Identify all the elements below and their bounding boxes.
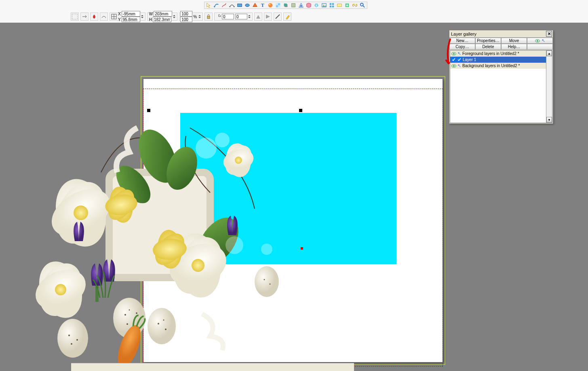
svg-rect-28: [72, 14, 78, 19]
contour-icon[interactable]: [298, 2, 304, 8]
layer-list: ↖ Foreground layers in Untitled2 * Layer…: [450, 50, 552, 123]
svg-point-8: [269, 4, 271, 6]
layer-gallery-panel[interactable]: Layer gallery ✕ New… Properties… Move ↖ …: [449, 30, 553, 124]
quickshape-icon[interactable]: [252, 2, 258, 8]
svg-point-48: [32, 257, 90, 323]
svg-point-42: [74, 206, 88, 220]
new-button[interactable]: New…: [449, 38, 475, 44]
transparency-icon[interactable]: [275, 2, 281, 8]
svg-point-55: [107, 185, 136, 225]
selection-handle-tl[interactable]: [147, 109, 150, 112]
scale-line-icon[interactable]: [274, 13, 282, 21]
text-tool-icon[interactable]: T: [259, 2, 266, 8]
foreground-heading-row[interactable]: ↖ Foreground layers in Untitled2 *: [450, 51, 552, 57]
ellipse-icon[interactable]: [244, 2, 251, 8]
scale-spinner[interactable]: [198, 15, 202, 19]
svg-marker-5: [253, 3, 257, 7]
close-icon[interactable]: ✕: [546, 31, 552, 37]
copy-button[interactable]: Copy…: [449, 44, 475, 50]
svg-rect-11: [278, 5, 280, 7]
x-field[interactable]: [122, 11, 140, 17]
flip-v-icon[interactable]: [264, 13, 272, 21]
svg-point-50: [55, 284, 66, 295]
svg-point-65: [136, 312, 137, 314]
delete-button[interactable]: Delete: [475, 44, 501, 50]
link-icon[interactable]: [352, 2, 358, 8]
svg-rect-21: [332, 3, 334, 5]
background-label: Background layers in Untitled2 *: [462, 64, 520, 68]
layer-gallery-titlebar[interactable]: Layer gallery ✕: [449, 30, 553, 38]
flip-h-icon[interactable]: [254, 13, 262, 21]
fill-tool-icon[interactable]: [267, 2, 274, 8]
shape-editor-icon[interactable]: [213, 2, 220, 8]
svg-text:T: T: [261, 2, 264, 8]
cursor-icon: ↖: [542, 38, 545, 43]
w-field[interactable]: [154, 11, 172, 17]
help-button[interactable]: Help…: [501, 44, 527, 50]
svg-point-62: [124, 314, 126, 316]
svg-point-72: [68, 335, 70, 336]
visibility-header: ↖: [527, 38, 553, 44]
shadow-icon[interactable]: [282, 2, 289, 8]
cyan-rectangle[interactable]: [180, 113, 396, 264]
nudge-icon[interactable]: [80, 13, 89, 21]
layer-1-label: Layer 1: [463, 57, 476, 62]
liveeffect-icon[interactable]: [313, 2, 320, 8]
scroll-up-icon[interactable]: ▲: [546, 51, 552, 56]
svg-point-74: [71, 343, 72, 345]
svg-point-73: [76, 339, 78, 341]
rotation-center-icon[interactable]: [301, 247, 303, 250]
svg-rect-20: [330, 3, 331, 5]
svg-point-78: [114, 322, 145, 367]
selector-tool-icon[interactable]: [206, 2, 212, 8]
cursor-icon[interactable]: ↖: [457, 63, 461, 68]
eye-icon[interactable]: [451, 64, 456, 68]
bezier-icon[interactable]: [229, 2, 235, 8]
mould-icon[interactable]: [306, 2, 312, 8]
svg-point-1: [229, 6, 230, 7]
property-bar: X Y W H %: [71, 12, 291, 21]
layer-gallery-title: Layer gallery: [451, 32, 476, 36]
layer-1-editable-checkbox[interactable]: [457, 57, 462, 62]
angle-group: [214, 13, 253, 21]
move-button[interactable]: Move: [501, 38, 527, 44]
marker-icon[interactable]: [283, 13, 291, 21]
scale-x-field[interactable]: [180, 11, 192, 17]
cursor-icon[interactable]: ↖: [457, 51, 461, 56]
wh-spinner[interactable]: [172, 15, 176, 19]
h-field[interactable]: [153, 17, 171, 22]
layer-1-row[interactable]: Layer 1: [450, 57, 552, 63]
zoom-icon[interactable]: [359, 2, 366, 8]
svg-point-66: [129, 310, 130, 311]
eye-icon[interactable]: [451, 52, 456, 55]
lock-aspect-icon[interactable]: [204, 13, 213, 21]
skew-field[interactable]: [235, 14, 247, 19]
layer-list-scrollbar[interactable]: ▲▼: [546, 51, 552, 123]
xy-spinner[interactable]: [140, 15, 144, 19]
svg-point-49: [29, 262, 92, 318]
svg-rect-23: [332, 6, 334, 7]
freehand-icon[interactable]: [221, 2, 228, 8]
scroll-down-icon[interactable]: ▼: [546, 117, 552, 123]
angle-field[interactable]: [222, 14, 234, 19]
angle-spinner[interactable]: [247, 15, 251, 19]
svg-point-56: [103, 185, 140, 225]
bitmap-icon[interactable]: [336, 2, 343, 8]
clipart-icon[interactable]: [329, 2, 335, 8]
properties-button[interactable]: Properties…: [475, 38, 501, 44]
y-field[interactable]: [122, 17, 140, 22]
fill-swap-icon[interactable]: [90, 13, 98, 21]
scale-y-field[interactable]: [180, 17, 192, 22]
selection-handle-tc[interactable]: [299, 109, 302, 112]
export-icon[interactable]: [344, 2, 350, 8]
snap-grid-icon[interactable]: [71, 13, 79, 21]
svg-line-27: [363, 6, 365, 7]
layer-1-visible-checkbox[interactable]: [451, 57, 456, 62]
bevel-icon[interactable]: [290, 2, 297, 8]
background-heading-row[interactable]: ↖ Background layers in Untitled2 *: [450, 63, 552, 69]
status-bar: [71, 363, 354, 371]
rectangle-icon[interactable]: [236, 2, 243, 8]
profile-icon[interactable]: [100, 13, 108, 21]
svg-rect-3: [238, 4, 242, 7]
photo-icon[interactable]: [321, 2, 327, 8]
